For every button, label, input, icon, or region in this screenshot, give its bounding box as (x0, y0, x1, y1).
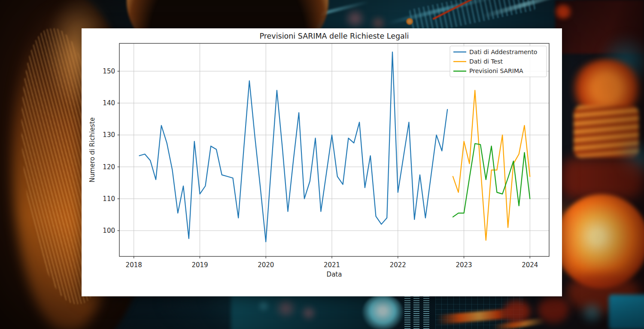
series-line-test (453, 90, 530, 240)
series-line-training (140, 52, 448, 242)
sarima-chart: 2018201920202021202220232024100110120130… (82, 28, 562, 296)
x-tick-label: 2021 (324, 261, 340, 269)
x-tick-label: 2024 (522, 261, 538, 269)
figure-panel: 2018201920202021202220232024100110120130… (82, 28, 562, 296)
x-tick-label: 2020 (258, 261, 274, 269)
y-tick-label: 110 (103, 195, 115, 203)
x-tick-label: 2022 (390, 261, 406, 269)
chart-title: Previsioni SARIMA delle Richieste Legali (260, 32, 409, 40)
legend-label: Dati di Addestramento (469, 49, 537, 55)
x-tick-label: 2023 (456, 261, 472, 269)
x-axis-label: Data (327, 271, 342, 278)
y-tick-label: 130 (103, 131, 115, 139)
y-tick-label: 100 (103, 227, 115, 235)
y-tick-label: 140 (103, 99, 115, 107)
y-axis-label: Numero di Richieste (88, 117, 96, 182)
x-tick-label: 2018 (126, 261, 142, 269)
legend-label: Dati di Test (469, 58, 503, 65)
screenshot-root: 2018201920202021202220232024100110120130… (0, 0, 644, 329)
y-tick-label: 120 (103, 163, 115, 171)
y-tick-label: 150 (103, 67, 115, 75)
x-tick-label: 2019 (191, 261, 208, 269)
legend-label: Previsioni SARIMA (469, 67, 523, 74)
